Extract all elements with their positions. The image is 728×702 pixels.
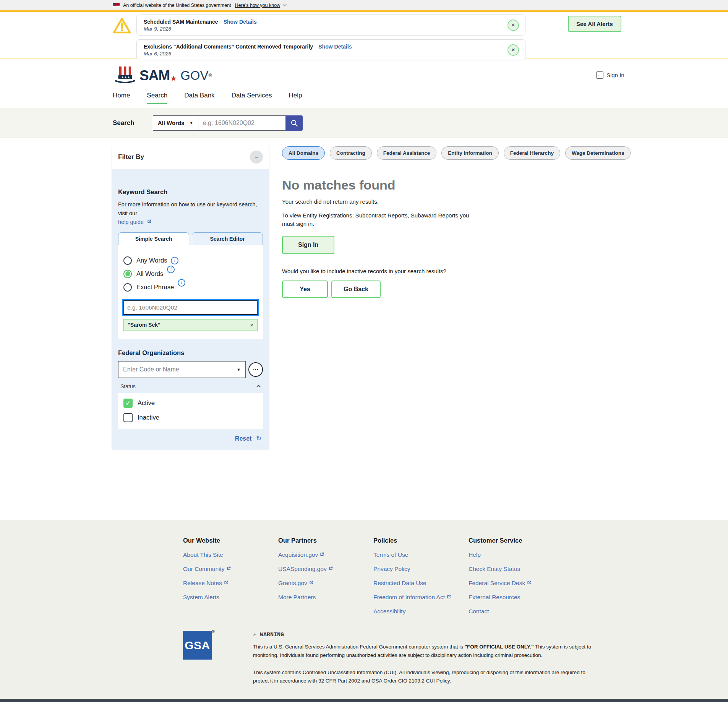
footer-col-our-website: Our Website About This Site Our Communit… <box>183 537 278 615</box>
external-link-icon <box>224 580 229 585</box>
checkbox-active-row[interactable]: ✓ Active <box>123 399 258 408</box>
svg-text:★: ★ <box>121 76 124 79</box>
tab-simple-search[interactable]: Simple Search <box>118 232 189 245</box>
close-icon[interactable]: × <box>507 19 519 31</box>
warning-icon: ⚠ <box>253 632 256 638</box>
footer-link-usaspending-gov[interactable]: USASpending.gov <box>278 566 366 572</box>
sign-in-button[interactable]: Sign In <box>282 236 334 254</box>
radio-exact-phrase[interactable] <box>123 283 132 292</box>
usa-gov-banner: An official website of the United States… <box>0 0 728 10</box>
logo-star-icon: ★ <box>170 74 177 83</box>
alert-date: Mar 6, 2026 <box>144 51 502 57</box>
help-guide-link[interactable]: help guide <box>118 219 144 225</box>
footer-link-federal-service-desk[interactable]: Federal Service Desk <box>469 580 556 587</box>
alert-title: Scheduled SAM Maintenance <box>144 19 218 25</box>
dropdown-caret-icon: ▼ <box>237 367 241 372</box>
footer-link-about-this-site[interactable]: About This Site <box>183 551 271 558</box>
keyword-search-input[interactable] <box>123 300 258 315</box>
warning-text: This is a U.S. General Services Administ… <box>253 644 465 650</box>
show-details-link[interactable]: Show Details <box>224 19 257 25</box>
checkbox-active[interactable]: ✓ <box>123 399 133 408</box>
sam-gov-logo[interactable]: ★★★ SAM★GOV® <box>113 65 212 86</box>
checkbox-inactive-row[interactable]: Inactive <box>123 413 258 422</box>
pill-contracting[interactable]: Contracting <box>330 146 372 160</box>
filter-panel-body: Keyword Search For more information on h… <box>112 169 269 450</box>
nav-item-search[interactable]: Search <box>147 92 167 104</box>
pill-federal-assistance[interactable]: Federal Assistance <box>377 146 437 160</box>
logo-gov-text: GOV <box>180 68 208 83</box>
alert-date: Mar 9, 2026 <box>144 26 502 32</box>
footer-link-acquisition-gov[interactable]: Acquisition.gov <box>278 551 366 558</box>
keyword-info-line: For more information on how to use our k… <box>118 201 257 216</box>
gsa-logo-text: GSA <box>185 639 210 652</box>
sign-in-link[interactable]: ← Sign In <box>596 71 624 79</box>
logo-sam-text: SAM <box>139 68 170 84</box>
footer-link-release-notes[interactable]: Release Notes <box>183 580 271 587</box>
nav-item-data-services[interactable]: Data Services <box>232 92 272 103</box>
show-details-link[interactable]: Show Details <box>318 44 352 50</box>
footer-link-check-entity-status[interactable]: Check Entity Status <box>469 566 556 572</box>
chevron-up-icon[interactable] <box>256 384 261 389</box>
site-header: ★★★ SAM★GOV® ← Sign In <box>0 59 728 92</box>
footer-link-contact[interactable]: Contact <box>469 608 556 615</box>
info-icon[interactable]: i <box>178 279 185 287</box>
go-back-button[interactable]: Go Back <box>331 280 381 298</box>
alert-exclusions: Exclusions “Additional Comments” Content… <box>136 39 525 60</box>
footer-link-accessibility[interactable]: Accessibility <box>373 608 461 615</box>
tab-search-editor[interactable]: Search Editor <box>192 232 263 245</box>
see-all-alerts-button[interactable]: See All Alerts <box>568 16 621 32</box>
filter-panel: Filter By − Keyword Search For more info… <box>112 145 269 450</box>
radio-exact-phrase-row: Exact Phrase i <box>123 283 258 292</box>
warning-paragraph-2: This system contains Controlled Unclassi… <box>253 668 599 686</box>
federal-org-combobox[interactable]: Enter Code or Name ▼ <box>118 361 246 378</box>
footer-link-external-resources[interactable]: External Resources <box>469 594 556 601</box>
checkbox-inactive[interactable] <box>123 413 133 422</box>
alert-title: Exclusions “Additional Comments” Content… <box>144 44 313 50</box>
footer-link-terms-of-use[interactable]: Terms of Use <box>373 551 461 558</box>
nav-item-home[interactable]: Home <box>113 92 130 103</box>
footer-link-help[interactable]: Help <box>469 551 556 558</box>
footer-columns: Our Website About This Site Our Communit… <box>183 537 728 615</box>
reset-filters-link[interactable]: Reset <box>235 435 252 442</box>
alert-maintenance: Scheduled SAM Maintenance Show Details M… <box>136 15 525 36</box>
footer-col-title: Customer Service <box>469 537 556 544</box>
warning-block: ⚠ WARNING This is a U.S. General Service… <box>253 631 599 685</box>
search-strip: Search All Words ▼ <box>0 108 728 138</box>
pill-all-domains[interactable]: All Domains <box>282 146 325 160</box>
remove-chip-icon[interactable]: × <box>250 322 253 328</box>
pill-entity-information[interactable]: Entity Information <box>441 146 499 160</box>
pill-federal-hierarchy[interactable]: Federal Hierarchy <box>504 146 560 160</box>
search-mode-select[interactable]: All Words ▼ <box>153 115 198 131</box>
search-button[interactable] <box>286 115 303 131</box>
keyword-chip: "Sarom Sek" × <box>123 319 258 331</box>
reset-icon: ↻ <box>256 435 261 442</box>
nav-item-help[interactable]: Help <box>289 92 302 103</box>
federal-org-row: Enter Code or Name ▼ ··· <box>118 361 263 378</box>
footer-link-grants-gov[interactable]: Grants.gov <box>278 580 366 587</box>
question-buttons: Yes Go Back <box>282 280 595 298</box>
info-icon[interactable]: i <box>171 257 178 264</box>
alerts-section: Scheduled SAM Maintenance Show Details M… <box>0 10 728 59</box>
global-search-input[interactable] <box>198 115 286 131</box>
footer-link-our-community[interactable]: Our Community <box>183 566 271 572</box>
footer-col-title: Our Partners <box>278 537 366 544</box>
footer-link-privacy-policy[interactable]: Privacy Policy <box>373 566 461 572</box>
more-options-button[interactable]: ··· <box>248 362 263 377</box>
footer-link-system-alerts[interactable]: System Alerts <box>183 594 271 601</box>
collapse-filters-button[interactable]: − <box>250 151 263 164</box>
footer-link-more-partners[interactable]: More Partners <box>278 594 366 601</box>
gsa-registered-mark: ® <box>212 629 215 634</box>
info-icon[interactable]: i <box>167 266 175 273</box>
footer-link-foia[interactable]: Freedom of Information Act <box>373 594 461 601</box>
radio-any-words-row: Any Words i <box>123 256 258 265</box>
external-link-icon <box>527 580 532 585</box>
close-icon[interactable]: × <box>507 44 519 56</box>
pill-wage-determinations[interactable]: Wage Determinations <box>565 146 631 160</box>
yes-button[interactable]: Yes <box>282 280 328 298</box>
radio-any-words[interactable] <box>123 256 132 265</box>
nav-item-data-bank[interactable]: Data Bank <box>184 92 214 103</box>
radio-all-words[interactable] <box>123 270 132 278</box>
banner-how-link[interactable]: Here’s how you know <box>235 3 280 8</box>
footer-link-restricted-data-use[interactable]: Restricted Data Use <box>373 580 461 587</box>
svg-text:★: ★ <box>124 76 127 79</box>
